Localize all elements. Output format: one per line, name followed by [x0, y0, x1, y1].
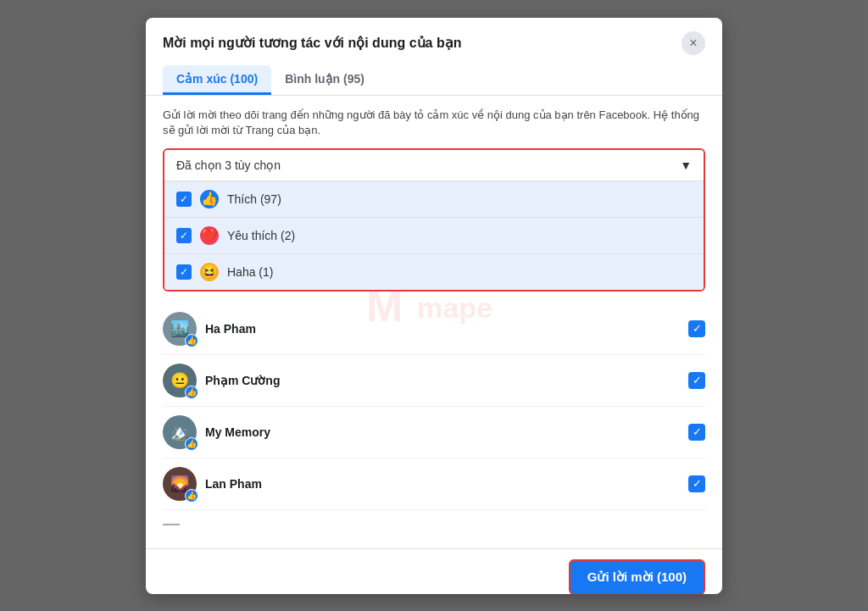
- invite-modal: Mời mọi người tương tác với nội dung của…: [146, 18, 722, 594]
- load-more-dash[interactable]: —: [163, 510, 705, 536]
- avatar-wrap-lan-pham: 🌄 👍: [163, 467, 197, 501]
- people-list: 🏙️ 👍 Ha Pham ✓ 😐 👍 Phạm Cường: [163, 303, 705, 536]
- modal-header: Mời mọi người tương tác với nội dung của…: [146, 18, 722, 96]
- reaction-badge-lan-pham: 👍: [185, 489, 198, 503]
- reaction-badge-my-memory: 👍: [185, 437, 198, 451]
- person-name-lan-pham: Lan Pham: [205, 477, 262, 491]
- person-name-ha-pham: Ha Pham: [205, 322, 256, 336]
- person-left-pham-cuong: 😐 👍 Phạm Cường: [163, 364, 280, 397]
- tab-binh-luan[interactable]: Bình luận (95): [271, 65, 378, 95]
- reaction-love-icon: ❤️: [200, 226, 219, 245]
- dropdown-header[interactable]: Đã chọn 3 tùy chọn ▼: [164, 150, 704, 181]
- option-thich[interactable]: ✓ 👍 Thích (97): [164, 181, 704, 218]
- reaction-dropdown-container: Đã chọn 3 tùy chọn ▼ ✓ 👍 Thích (97) ✓ ❤️…: [163, 148, 705, 292]
- checkbox-my-memory[interactable]: ✓: [688, 424, 705, 441]
- modal-title-row: Mời mọi người tương tác với nội dung của…: [163, 31, 705, 55]
- checkbox-lan-pham[interactable]: ✓: [688, 475, 705, 492]
- checkbox-yeu-thich: ✓: [176, 228, 192, 243]
- avatar-wrap-ha-pham: 🏙️ 👍: [163, 312, 197, 346]
- modal-body: Gửi lời mời theo dõi trang đến những ngư…: [146, 96, 722, 548]
- person-left-ha-pham: 🏙️ 👍 Ha Pham: [163, 312, 256, 346]
- tab-cam-xuc[interactable]: Cảm xúc (100): [163, 65, 271, 95]
- checkbox-ha-pham[interactable]: ✓: [688, 320, 705, 337]
- option-haha-label: Haha (1): [227, 265, 273, 279]
- send-invite-button[interactable]: Gửi lời mời (100): [569, 559, 705, 594]
- person-row[interactable]: 🌄 👍 Lan Pham ✓: [163, 458, 705, 510]
- reaction-badge-ha-pham: 👍: [185, 334, 198, 347]
- option-haha[interactable]: ✓ 😆 Haha (1): [164, 254, 704, 290]
- person-row[interactable]: 🏙️ 👍 Ha Pham ✓: [163, 303, 705, 355]
- reaction-haha-icon: 😆: [200, 263, 219, 281]
- checkbox-pham-cuong[interactable]: ✓: [688, 372, 705, 389]
- checkbox-haha: ✓: [176, 264, 192, 280]
- reaction-like-icon: 👍: [200, 190, 219, 208]
- close-button[interactable]: ×: [682, 31, 705, 55]
- option-thich-label: Thích (97): [227, 192, 281, 206]
- person-left-my-memory: 🏔️ 👍 My Memory: [163, 415, 270, 449]
- tabs-row: Cảm xúc (100) Bình luận (95): [163, 65, 705, 95]
- checkbox-thich: ✓: [176, 192, 192, 207]
- person-name-my-memory: My Memory: [205, 425, 270, 439]
- option-yeu-thich-label: Yêu thích (2): [227, 229, 295, 242]
- option-yeu-thich[interactable]: ✓ ❤️ Yêu thích (2): [164, 218, 704, 254]
- dropdown-options: ✓ 👍 Thích (97) ✓ ❤️ Yêu thích (2) ✓ 😆: [164, 181, 704, 290]
- person-row[interactable]: 😐 👍 Phạm Cường ✓: [163, 355, 705, 407]
- person-left-lan-pham: 🌄 👍 Lan Pham: [163, 467, 262, 501]
- dropdown-selected-text: Đã chọn 3 tùy chọn: [176, 158, 281, 172]
- avatar-wrap-pham-cuong: 😐 👍: [163, 364, 197, 397]
- modal-overlay: Mời mọi người tương tác với nội dung của…: [0, 0, 868, 611]
- person-name-pham-cuong: Phạm Cường: [205, 374, 280, 387]
- description-text: Gửi lời mời theo dõi trang đến những ngư…: [163, 108, 705, 138]
- dropdown-arrow-icon: ▼: [680, 158, 692, 172]
- person-row[interactable]: 🏔️ 👍 My Memory ✓: [163, 407, 705, 458]
- reaction-badge-pham-cuong: 👍: [185, 386, 198, 399]
- modal-footer: Gửi lời mời (100): [146, 548, 722, 594]
- modal-title: Mời mọi người tương tác với nội dung của…: [163, 35, 461, 51]
- avatar-wrap-my-memory: 🏔️ 👍: [163, 415, 197, 449]
